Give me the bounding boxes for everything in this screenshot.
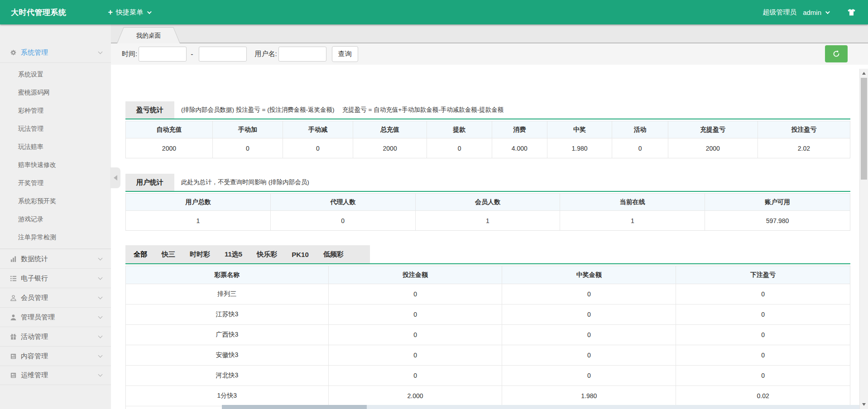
profit-table-header-cell: 消费	[492, 121, 547, 138]
sidebar-subitem[interactable]: 蜜桃源码网	[0, 83, 111, 101]
profit-table-header-cell: 中奖	[547, 121, 613, 138]
bet-amount-cell: 2.000	[329, 386, 503, 406]
profit-table-value-cell: 2.02	[758, 138, 850, 158]
time-to-input[interactable]	[199, 47, 247, 62]
sidebar: 系统管理 系统设置蜜桃源码网彩种管理玩法管理玩法赔率赔率快速修改开奖管理系统彩预…	[0, 24, 111, 409]
lottery-tab[interactable]: PK10	[284, 251, 316, 258]
sidebar-collapse-handle[interactable]	[110, 167, 120, 188]
user-table-header-row: 用户总数代理人数会员人数当前在线账户可用	[126, 194, 850, 211]
sidebar-item-activities[interactable]: 活动管理	[0, 327, 111, 346]
sidebar-item-data-statistics[interactable]: 数据统计	[0, 249, 111, 268]
profit-table-value-cell: 2000	[353, 138, 427, 158]
sidebar-item-system-management[interactable]: 系统管理	[0, 43, 111, 62]
table-row: 江苏快3000	[126, 304, 850, 325]
bet-amount-cell: 0	[329, 366, 503, 386]
win-amount-cell: 1.980	[502, 386, 676, 406]
bet-amount-cell: 0	[329, 284, 503, 304]
profit-table-header-cell: 手动减	[283, 121, 353, 138]
chevron-down-icon	[147, 10, 152, 14]
theme-shirt-icon[interactable]	[847, 9, 856, 16]
plus-icon: +	[108, 8, 113, 16]
user-section-header: 用户统计 此处为总计，不受查询时间影响 (排除内部会员)	[125, 174, 850, 192]
profit-table-value-cell: 0	[427, 138, 492, 158]
lottery-tab[interactable]: 全部	[126, 250, 154, 259]
user-table-header-cell: 当前在线	[560, 194, 705, 211]
triangle-up-icon	[862, 72, 866, 75]
horizontal-scrollbar[interactable]	[222, 405, 859, 409]
scroll-up-button[interactable]	[860, 70, 868, 77]
profit-cell: 0	[676, 325, 850, 345]
vertical-scrollbar[interactable]	[859, 69, 868, 409]
sidebar-item-operations[interactable]: 运维管理	[0, 366, 111, 385]
sidebar-subitem[interactable]: 系统彩预开奖	[0, 192, 111, 210]
lottery-name-cell: 1分快3	[126, 386, 329, 406]
lottery-name-cell: 广西快3	[126, 325, 329, 345]
username-input[interactable]	[278, 47, 326, 62]
sidebar-subitem[interactable]: 注单异常检测	[0, 228, 111, 246]
profit-table: 自动充值手动加手动减总充值提款消费中奖活动充提盈亏投注盈亏 2000002000…	[125, 121, 850, 158]
profit-table-header-cell: 总充值	[353, 121, 427, 138]
lottery-tab[interactable]: 11选5	[217, 250, 249, 259]
profit-section-header: 盈亏统计 (排除内部会员数据) 投注盈亏 = (投注消费金额-返奖金额) 充提盈…	[125, 101, 850, 119]
sidebar-item-ebank[interactable]: 电子银行	[0, 268, 111, 288]
user-section-title: 用户统计	[125, 174, 174, 191]
sidebar-subitem[interactable]: 开奖管理	[0, 174, 111, 192]
user-table-header-cell: 账户可用	[705, 194, 850, 211]
profit-table-header-cell: 自动充值	[126, 121, 213, 138]
main-area: 我的桌面 时间: - 用户名: 查询 盈亏统计 (排除内部会员数据) 投注盈亏 …	[111, 24, 868, 409]
profit-table-value-cell: 2000	[668, 138, 758, 158]
sidebar-subitem[interactable]: 玩法管理	[0, 119, 111, 138]
time-from-input[interactable]	[139, 47, 187, 62]
lottery-tab[interactable]: 快乐彩	[249, 250, 284, 259]
sidebar-subitem[interactable]: 系统设置	[0, 65, 111, 83]
chevron-down-icon	[98, 295, 103, 299]
lottery-table-header-cell: 彩票名称	[126, 266, 329, 284]
sidebar-item-label: 会员管理	[21, 294, 99, 302]
scroll-down-button[interactable]	[860, 401, 868, 408]
user-menu-button[interactable]: admin	[803, 9, 829, 16]
user-table-value-cell: 1	[560, 211, 705, 230]
user-table-header-cell: 用户总数	[126, 194, 271, 211]
sidebar-item-administrators[interactable]: 管理员管理	[0, 307, 111, 327]
sidebar-subitem[interactable]: 彩种管理	[0, 101, 111, 119]
user-table: 用户总数代理人数会员人数当前在线账户可用 1011597.980	[125, 193, 850, 231]
lottery-tab[interactable]: 低频彩	[316, 250, 351, 259]
quick-menu-button[interactable]: + 快捷菜单	[108, 8, 151, 17]
lottery-name-cell: 河北快3	[126, 366, 329, 386]
bet-amount-cell: 0	[329, 345, 503, 366]
query-button[interactable]: 查询	[332, 46, 358, 62]
user-table-header-cell: 代理人数	[271, 194, 416, 211]
profit-table-value-cell: 0	[283, 138, 353, 158]
refresh-button[interactable]	[825, 45, 848, 62]
sidebar-item-label: 系统管理	[21, 48, 99, 57]
tab-my-desktop[interactable]: 我的桌面	[117, 27, 180, 43]
sidebar-subitem[interactable]: 游戏记录	[0, 210, 111, 228]
search-toolbar: 时间: - 用户名: 查询	[111, 43, 868, 65]
profit-table-header-cell: 投注盈亏	[758, 121, 850, 138]
profit-table-value-cell: 0	[213, 138, 283, 158]
lottery-tab[interactable]: 时时彩	[182, 250, 217, 259]
table-row: 排列三000	[126, 284, 850, 304]
win-amount-cell: 0	[502, 304, 676, 325]
horizontal-scrollbar-thumb[interactable]	[222, 405, 367, 409]
profit-table-header-cell: 手动加	[213, 121, 283, 138]
chevron-down-icon	[98, 372, 103, 377]
user-table-value-row: 1011597.980	[126, 211, 850, 230]
chevron-down-icon	[98, 353, 103, 357]
sidebar-item-label: 内容管理	[21, 352, 99, 361]
list-icon	[8, 275, 18, 282]
chevron-down-icon	[98, 333, 103, 338]
sidebar-subitem[interactable]: 赔率快速修改	[0, 156, 111, 174]
lottery-tab[interactable]: 快三	[154, 250, 182, 259]
profit-cell: 0.02	[676, 386, 850, 406]
table-row: 河北快3000	[126, 366, 850, 386]
profit-table-header-cell: 活动	[612, 121, 668, 138]
sidebar-item-members[interactable]: 会员管理	[0, 288, 111, 307]
vertical-scrollbar-thumb[interactable]	[861, 78, 867, 180]
profit-table-value-cell: 1.980	[547, 138, 613, 158]
sidebar-item-content-management[interactable]: 内容管理	[0, 346, 111, 366]
news-icon	[8, 353, 18, 360]
profit-table-value-cell: 2000	[126, 138, 213, 158]
profit-table-header-row: 自动充值手动加手动减总充值提款消费中奖活动充提盈亏投注盈亏	[126, 121, 850, 138]
sidebar-subitem[interactable]: 玩法赔率	[0, 138, 111, 156]
